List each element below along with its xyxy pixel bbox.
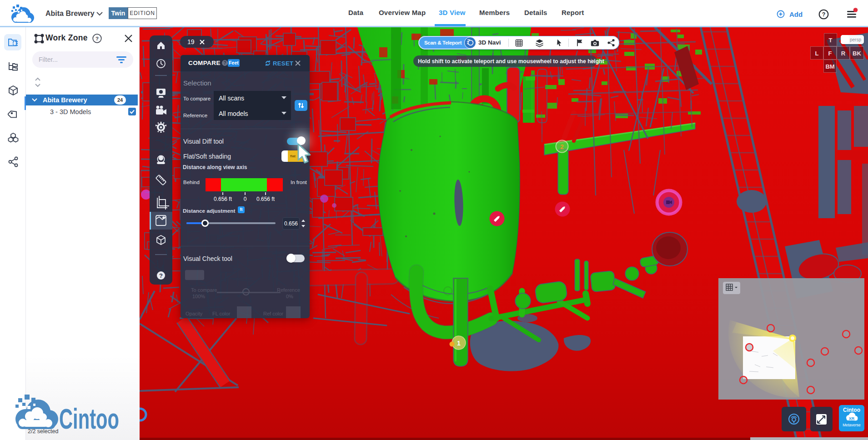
svg-text:?: ? [95, 36, 99, 41]
svg-text:1: 1 [457, 340, 461, 347]
svg-text:?: ? [822, 11, 826, 18]
svg-text:2: 2 [560, 143, 564, 150]
svg-text:XR: XR [849, 416, 855, 421]
svg-text:?: ? [159, 272, 163, 279]
svg-text:Cintoo: Cintoo [59, 403, 119, 434]
